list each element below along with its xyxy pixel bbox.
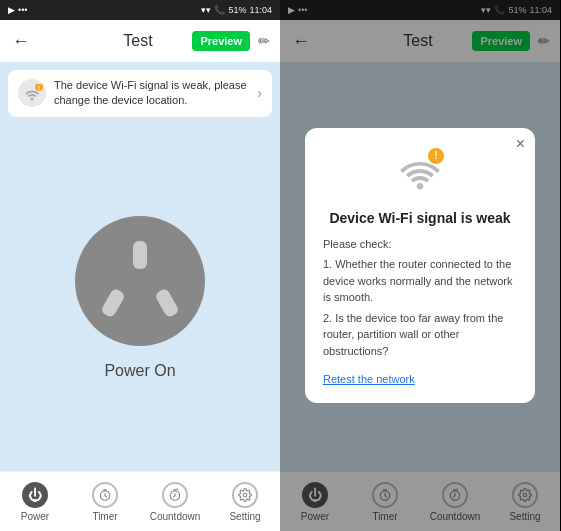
left-warning-banner[interactable]: ! The device Wi-Fi signal is weak, pleas…	[8, 70, 272, 117]
left-pin-bottom-left	[100, 287, 126, 318]
left-banner-chevron: ›	[257, 85, 262, 101]
modal-check1: 1. Whether the router connected to the d…	[323, 256, 517, 306]
modal-body: Please check: 1. Whether the router conn…	[323, 236, 517, 364]
left-warning-text: The device Wi-Fi signal is weak, please …	[54, 78, 249, 109]
left-nav-countdown-label: Countdown	[150, 511, 201, 522]
left-status-left-icons: ▶ •••	[8, 5, 27, 15]
modal-overlay: × ! Device Wi-Fi signal is weak Please c…	[280, 0, 560, 531]
modal-title: Device Wi-Fi signal is weak	[329, 210, 510, 226]
left-nav-countdown-icon	[162, 482, 188, 508]
modal-check2: 2. Is the device too far away from the r…	[323, 310, 517, 360]
left-nav-timer-label: Timer	[92, 511, 117, 522]
left-nav-power-label: Power	[21, 511, 49, 522]
left-nav-setting-label: Setting	[229, 511, 260, 522]
left-timer-svg	[98, 488, 112, 502]
modal-body-intro: Please check:	[323, 236, 517, 253]
modal-close-button[interactable]: ×	[516, 136, 525, 152]
left-status-dots: •••	[18, 5, 27, 15]
modal-retest-link[interactable]: Retest the network	[323, 373, 415, 385]
left-setting-svg	[238, 488, 252, 502]
left-socket-area: Power On	[0, 125, 280, 471]
left-warning-icon: !	[18, 79, 46, 107]
left-power-label: Power On	[104, 362, 175, 380]
left-nav-countdown[interactable]: Countdown	[145, 482, 205, 522]
wifi-weak-modal: × ! Device Wi-Fi signal is weak Please c…	[305, 128, 535, 404]
left-countdown-svg	[168, 488, 182, 502]
left-status-right-icons: ▾▾ 📞 51% 11:04	[201, 5, 272, 15]
modal-warning-badge: !	[428, 148, 444, 164]
left-status-bar: ▶ ••• ▾▾ 📞 51% 11:04	[0, 0, 280, 20]
left-status-app-icon: ▶	[8, 5, 15, 15]
left-top-bar: ← Test Preview ✏	[0, 20, 280, 62]
left-wifi-warning-svg: !	[21, 84, 43, 102]
left-nav-timer[interactable]: Timer	[75, 482, 135, 522]
left-nav-power[interactable]: ⏻ Power	[5, 482, 65, 522]
left-time-text: 11:04	[249, 5, 272, 15]
svg-text:!: !	[38, 85, 40, 91]
left-edit-icon[interactable]: ✏	[258, 33, 270, 49]
right-phone-panel: ▶ ••• ▾▾ 📞 51% 11:04 ← Test Preview ✏ ×	[280, 0, 560, 531]
left-wifi-icon: ▾▾	[201, 5, 211, 15]
left-phone-panel: ▶ ••• ▾▾ 📞 51% 11:04 ← Test Preview ✏ !	[0, 0, 280, 531]
left-nav-setting-icon	[232, 482, 258, 508]
left-pin-top	[133, 241, 147, 269]
left-nav-setting[interactable]: Setting	[215, 482, 275, 522]
svg-point-4	[243, 493, 247, 497]
left-socket-pins	[100, 241, 180, 321]
left-nav-timer-icon	[92, 482, 118, 508]
left-pin-bottom-right	[154, 287, 180, 318]
left-battery-text: 51%	[228, 5, 246, 15]
modal-wifi-icon-container: !	[394, 148, 446, 200]
left-bottom-nav: ⏻ Power Timer Countdo	[0, 471, 280, 531]
left-back-button[interactable]: ←	[12, 31, 30, 52]
left-socket-circle[interactable]	[75, 216, 205, 346]
left-nav-power-icon: ⏻	[22, 482, 48, 508]
left-call-icon: 📞	[214, 5, 225, 15]
left-preview-button[interactable]: Preview	[192, 31, 250, 51]
